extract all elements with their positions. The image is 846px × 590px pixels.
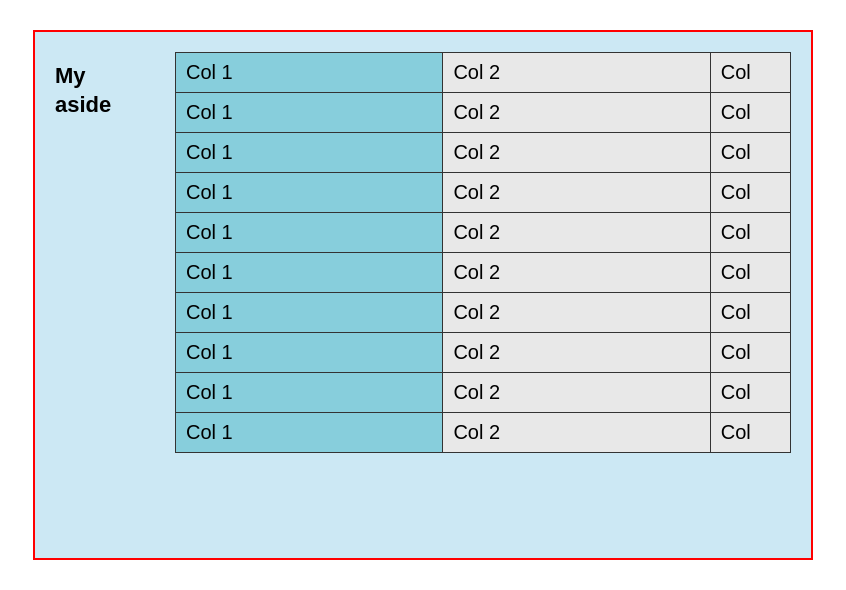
col2-cell: Col 2 (443, 293, 710, 333)
col2-cell: Col 2 (443, 173, 710, 213)
table-row: Col 1Col 2Col (176, 53, 791, 93)
col2-cell: Col 2 (443, 333, 710, 373)
col1-cell: Col 1 (176, 253, 443, 293)
col2-cell: Col 2 (443, 93, 710, 133)
table-row: Col 1Col 2Col (176, 253, 791, 293)
aside-label: Myaside (55, 52, 155, 119)
col3-cell: Col (710, 173, 790, 213)
col1-cell: Col 1 (176, 53, 443, 93)
col3-cell: Col (710, 293, 790, 333)
table-row: Col 1Col 2Col (176, 133, 791, 173)
table-row: Col 1Col 2Col (176, 213, 791, 253)
col2-cell: Col 2 (443, 413, 710, 453)
outer-container: Myaside Col 1Col 2ColCol 1Col 2ColCol 1C… (33, 30, 813, 560)
col3-cell: Col (710, 333, 790, 373)
col3-cell: Col (710, 53, 790, 93)
col1-cell: Col 1 (176, 333, 443, 373)
col1-cell: Col 1 (176, 293, 443, 333)
col3-cell: Col (710, 373, 790, 413)
col1-cell: Col 1 (176, 93, 443, 133)
col2-cell: Col 2 (443, 213, 710, 253)
table-row: Col 1Col 2Col (176, 333, 791, 373)
col1-cell: Col 1 (176, 173, 443, 213)
col3-cell: Col (710, 253, 790, 293)
col2-cell: Col 2 (443, 133, 710, 173)
col3-cell: Col (710, 413, 790, 453)
col1-cell: Col 1 (176, 413, 443, 453)
table-row: Col 1Col 2Col (176, 173, 791, 213)
table-wrapper: Col 1Col 2ColCol 1Col 2ColCol 1Col 2ColC… (175, 52, 791, 453)
table-row: Col 1Col 2Col (176, 93, 791, 133)
col2-cell: Col 2 (443, 373, 710, 413)
table-row: Col 1Col 2Col (176, 413, 791, 453)
col2-cell: Col 2 (443, 253, 710, 293)
table-row: Col 1Col 2Col (176, 293, 791, 333)
col3-cell: Col (710, 133, 790, 173)
col1-cell: Col 1 (176, 213, 443, 253)
col3-cell: Col (710, 213, 790, 253)
col3-cell: Col (710, 93, 790, 133)
col1-cell: Col 1 (176, 373, 443, 413)
table-row: Col 1Col 2Col (176, 373, 791, 413)
col2-cell: Col 2 (443, 53, 710, 93)
col1-cell: Col 1 (176, 133, 443, 173)
main-table: Col 1Col 2ColCol 1Col 2ColCol 1Col 2ColC… (175, 52, 791, 453)
